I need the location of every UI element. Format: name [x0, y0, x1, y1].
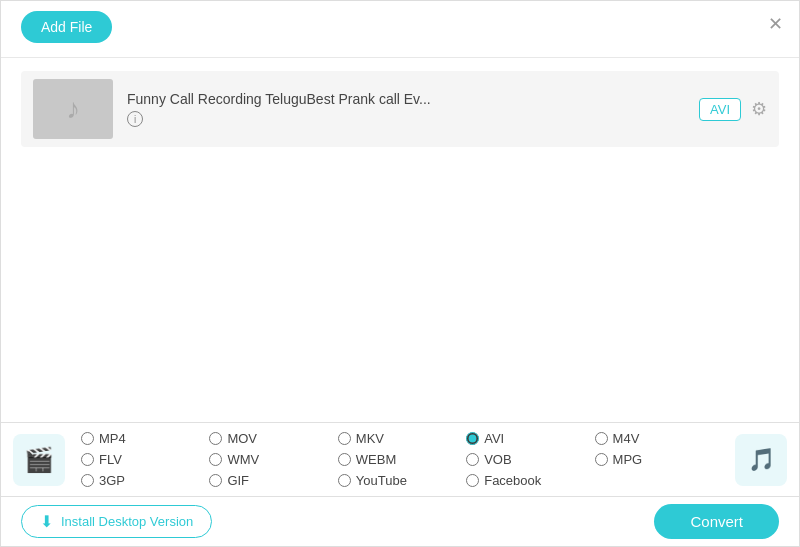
- radio-gif[interactable]: [209, 474, 222, 487]
- radio-avi[interactable]: [466, 432, 479, 445]
- radio-youtube[interactable]: [338, 474, 351, 487]
- radio-3gp[interactable]: [81, 474, 94, 487]
- format-option-youtube[interactable]: YouTube: [338, 473, 466, 488]
- format-label-vob: VOB: [484, 452, 511, 467]
- format-option-mpg[interactable]: MPG: [595, 452, 723, 467]
- header-separator: [1, 57, 799, 58]
- close-icon: ✕: [768, 14, 783, 34]
- file-info: Funny Call Recording TeluguBest Prank ca…: [127, 91, 685, 127]
- radio-mp4[interactable]: [81, 432, 94, 445]
- radio-vob[interactable]: [466, 453, 479, 466]
- format-label-facebook: Facebook: [484, 473, 541, 488]
- file-item: ♪ Funny Call Recording TeluguBest Prank …: [21, 71, 779, 147]
- format-option-facebook[interactable]: Facebook: [466, 473, 594, 488]
- download-icon: ⬇: [40, 512, 53, 531]
- install-desktop-button[interactable]: ⬇ Install Desktop Version: [21, 505, 212, 538]
- format-option-mov[interactable]: MOV: [209, 431, 337, 446]
- radio-mov[interactable]: [209, 432, 222, 445]
- convert-button[interactable]: Convert: [654, 504, 779, 539]
- main-content: ♪ Funny Call Recording TeluguBest Prank …: [1, 61, 799, 416]
- format-option-3gp[interactable]: 3GP: [81, 473, 209, 488]
- format-label-avi: AVI: [484, 431, 504, 446]
- format-panel: 🎬 MP4 MOV MKV AVI M4V FLV WMV: [1, 422, 799, 496]
- close-button[interactable]: ✕: [768, 13, 783, 35]
- format-label-youtube: YouTube: [356, 473, 407, 488]
- format-label-webm: WEBM: [356, 452, 396, 467]
- radio-m4v[interactable]: [595, 432, 608, 445]
- format-label-flv: FLV: [99, 452, 122, 467]
- file-thumbnail: ♪: [33, 79, 113, 139]
- info-icon[interactable]: i: [127, 111, 143, 127]
- format-option-wmv[interactable]: WMV: [209, 452, 337, 467]
- film-icon: 🎬: [24, 446, 54, 474]
- radio-mpg[interactable]: [595, 453, 608, 466]
- file-actions: AVI ⚙: [699, 98, 767, 121]
- format-option-vob[interactable]: VOB: [466, 452, 594, 467]
- format-option-mp4[interactable]: MP4: [81, 431, 209, 446]
- format-label-m4v: M4V: [613, 431, 640, 446]
- music-note-icon: ♪: [66, 93, 80, 125]
- format-label-mp4: MP4: [99, 431, 126, 446]
- radio-flv[interactable]: [81, 453, 94, 466]
- format-option-avi[interactable]: AVI: [466, 431, 594, 446]
- format-option-m4v[interactable]: M4V: [595, 431, 723, 446]
- format-option-webm[interactable]: WEBM: [338, 452, 466, 467]
- format-option-flv[interactable]: FLV: [81, 452, 209, 467]
- radio-mkv[interactable]: [338, 432, 351, 445]
- radio-facebook[interactable]: [466, 474, 479, 487]
- radio-wmv[interactable]: [209, 453, 222, 466]
- file-name: Funny Call Recording TeluguBest Prank ca…: [127, 91, 685, 107]
- format-option-gif[interactable]: GIF: [209, 473, 337, 488]
- format-options: MP4 MOV MKV AVI M4V FLV WMV WEBM: [81, 431, 723, 488]
- install-label: Install Desktop Version: [61, 514, 193, 529]
- video-format-tab[interactable]: 🎬: [13, 434, 65, 486]
- format-label-mpg: MPG: [613, 452, 643, 467]
- footer: ⬇ Install Desktop Version Convert: [1, 496, 799, 546]
- format-badge[interactable]: AVI: [699, 98, 741, 121]
- music-tab-icon: 🎵: [748, 447, 775, 473]
- format-option-mkv[interactable]: MKV: [338, 431, 466, 446]
- format-label-3gp: 3GP: [99, 473, 125, 488]
- audio-format-tab[interactable]: 🎵: [735, 434, 787, 486]
- settings-icon[interactable]: ⚙: [751, 98, 767, 120]
- format-label-mov: MOV: [227, 431, 257, 446]
- format-label-mkv: MKV: [356, 431, 384, 446]
- format-label-gif: GIF: [227, 473, 249, 488]
- add-file-button[interactable]: Add File: [21, 11, 112, 43]
- format-label-wmv: WMV: [227, 452, 259, 467]
- radio-webm[interactable]: [338, 453, 351, 466]
